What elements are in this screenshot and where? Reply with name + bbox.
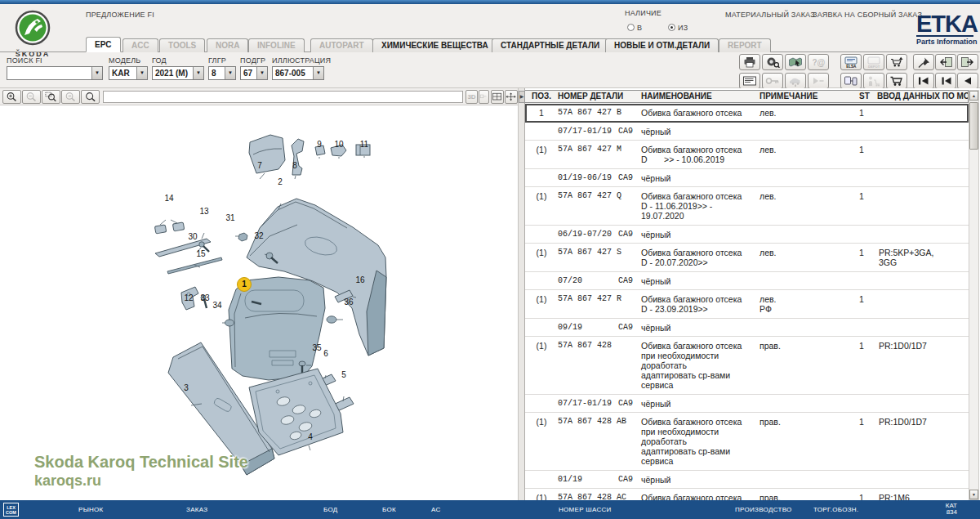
parts-table-color-row[interactable]: 06/19-07/20CA9 чёрный [525, 226, 969, 244]
parts-map-button[interactable] [785, 54, 806, 70]
illustration-value[interactable]: 867-005 [273, 67, 313, 79]
panel-splitter[interactable]: ▶ [518, 88, 525, 500]
cell-part-number[interactable]: 57A 867 427 B [558, 108, 641, 118]
search-fi-value[interactable] [7, 67, 91, 79]
parts-table-color-row[interactable]: 01/19CA9 чёрный [525, 471, 969, 489]
illustration-info-bar[interactable] [103, 91, 463, 103]
parts-table-row[interactable]: (1) 57A 867 428 AB Обивка багажного отсе… [525, 413, 969, 471]
diagram-callout-8[interactable]: 8 [292, 162, 297, 170]
pan-button[interactable] [505, 90, 518, 104]
parts-table-row[interactable]: (1) 57A 867 428 Обивка багажного отсека … [525, 337, 969, 395]
list-button[interactable] [739, 73, 760, 89]
diagram-callout-31[interactable]: 31 [225, 214, 234, 222]
pin-button[interactable] [913, 54, 934, 70]
radio-v-icon[interactable] [627, 24, 635, 31]
diagram-callout-33[interactable]: 33 [200, 294, 209, 302]
parts-table-row[interactable]: 1 57A 867 427 B Обивка багажного отсека … [525, 104, 969, 123]
diagram-callout-36[interactable]: 36 [344, 298, 353, 306]
availability-radio-v[interactable]: В [627, 19, 642, 34]
parts-table-row[interactable]: (1) 57A 867 427 Q Обивка багажного отсек… [525, 187, 969, 226]
cart-button[interactable] [886, 73, 907, 89]
diagram-callout-12[interactable]: 12 [184, 294, 193, 302]
illustration-canvas[interactable]: 7891011214133015313212333411636356534 Sk… [0, 105, 518, 500]
parts-table-row[interactable]: (1) 57A 867 427 M Обивка багажного отсек… [525, 141, 969, 169]
chevron-down-icon[interactable]: ▼ [313, 67, 323, 79]
table-scrollbar[interactable]: ▲ ▼ [969, 90, 979, 500]
diagram-callout-11[interactable]: 11 [360, 141, 368, 149]
chevron-down-icon[interactable]: ▼ [193, 67, 203, 79]
diagram-callout-14[interactable]: 14 [164, 195, 173, 203]
chevron-down-icon[interactable]: ▼ [136, 67, 147, 79]
print-button[interactable] [739, 54, 760, 70]
diagram-callout-9[interactable]: 9 [317, 141, 322, 149]
parts-table-color-row[interactable]: 07/20CA9 чёрный [525, 272, 969, 290]
doc-forward-button[interactable] [957, 54, 978, 70]
model-value[interactable]: KAR [109, 67, 136, 79]
scroll-down-icon[interactable]: ▼ [969, 490, 978, 499]
diagram-callout-34[interactable]: 34 [212, 302, 221, 310]
assembly-order-label[interactable]: ЗАЯВКА НА СБОРНЫЙ ЗАКАЗ [813, 11, 922, 19]
subgroup-value[interactable]: 67 [241, 67, 256, 79]
diagram-callout-30[interactable]: 30 [188, 233, 197, 241]
parts-table-color-row[interactable]: 09/19CA9 чёрный [525, 319, 969, 337]
diagram-callout-5[interactable]: 5 [341, 371, 346, 379]
scroll-up-icon[interactable]: ▲ [969, 91, 978, 101]
diagram-callout-10[interactable]: 10 [334, 141, 343, 149]
tab-химические-вещества[interactable]: ХИМИЧЕСКИЕ ВЕЩЕСТВА [372, 38, 497, 52]
model-combo[interactable]: KAR ▼ [109, 66, 148, 80]
parts-table-row[interactable]: (1) 57A 867 428 AC Обивка багажного отсе… [525, 489, 969, 500]
diagram-callout-1[interactable]: 1 [237, 277, 252, 292]
parts-table-row[interactable]: (1) 57A 867 427 S Обивка багажного отсек… [525, 244, 969, 272]
diagram-callout-35[interactable]: 35 [312, 344, 321, 352]
diagram-callout-2[interactable]: 2 [278, 178, 283, 186]
illustration-combo[interactable]: 867-005 ▼ [272, 66, 324, 80]
elsa-button[interactable]: ELSA [840, 54, 862, 70]
material-order-label[interactable]: МАТЕРИАЛЬНЫЙ ЗАКАЗ [725, 11, 815, 19]
diagram-callout-3[interactable]: 3 [184, 384, 189, 392]
diagram-callout-32[interactable]: 32 [254, 232, 263, 240]
splitter-collapse-button[interactable]: ▶ [519, 91, 525, 103]
cell-part-number[interactable]: 57A 867 427 S [558, 248, 641, 267]
wheel-search-button[interactable] [762, 54, 783, 70]
cell-part-number[interactable]: 57A 867 427 Q [558, 191, 641, 221]
tab-epc[interactable]: EPC [86, 37, 121, 52]
parts-table-row[interactable]: (1) 57A 867 427 R Обивка багажного отсек… [525, 290, 969, 319]
maingroup-value[interactable]: 8 [209, 67, 225, 79]
year-combo[interactable]: 2021 (M) ▼ [152, 66, 204, 80]
doc-back-button[interactable] [935, 54, 956, 70]
diagram-callout-15[interactable]: 15 [196, 250, 205, 258]
subgroup-combo[interactable]: 67 ▼ [240, 66, 268, 80]
chevron-down-icon[interactable]: ▼ [256, 67, 267, 79]
cell-part-number[interactable]: 57A 867 427 M [558, 145, 641, 164]
diagram-callout-4[interactable]: 4 [308, 433, 313, 441]
tab-новые-и-отм-детали[interactable]: НОВЫЕ И ОТМ.ДЕТАЛИ [605, 38, 719, 52]
tab-стандартные-детали[interactable]: СТАНДАРТНЫЕ ДЕТАЛИ [492, 38, 608, 52]
cell-part-number[interactable]: 57A 867 428 [558, 341, 641, 390]
parts-table-color-row[interactable]: 07/17-01/19CA9 чёрный [525, 123, 969, 141]
parts-table-color-row[interactable]: 07/17-01/19CA9 чёрный [525, 395, 969, 413]
search-fi-combo[interactable]: ▼ [7, 66, 103, 80]
diagram-callout-16[interactable]: 16 [355, 276, 364, 284]
availability-radio-iz[interactable]: ИЗ [668, 19, 688, 34]
cell-part-number[interactable]: 57A 867 427 R [558, 294, 641, 314]
chevron-down-icon[interactable]: ▼ [225, 67, 235, 79]
zoom-in-button[interactable] [2, 90, 21, 104]
diagram-callout-6[interactable]: 6 [323, 350, 328, 358]
cell-part-number[interactable]: 57A 867 428 AC [558, 493, 641, 500]
parts-table-color-row[interactable]: 01/19-06/19CA9 чёрный [525, 169, 969, 187]
diagram-callout-13[interactable]: 13 [199, 208, 208, 216]
nav-prev-button[interactable] [957, 73, 978, 89]
order-transfer-button[interactable] [886, 54, 907, 70]
find-button[interactable] [81, 90, 100, 104]
nav-prev-group-button[interactable] [935, 73, 956, 89]
radio-iz-icon[interactable] [668, 24, 675, 31]
terminal-button[interactable] [840, 73, 862, 89]
maingroup-combo[interactable]: 8 ▼ [208, 66, 236, 80]
grid-button[interactable] [491, 90, 504, 104]
year-value[interactable]: 2021 (M) [153, 67, 193, 79]
zoom-window-button[interactable] [42, 90, 60, 104]
diagram-callout-7[interactable]: 7 [257, 162, 262, 170]
chevron-down-icon[interactable]: ▼ [91, 67, 102, 79]
cell-part-number[interactable]: 57A 867 428 AB [558, 417, 641, 466]
scrollbar-thumb[interactable] [969, 102, 978, 150]
